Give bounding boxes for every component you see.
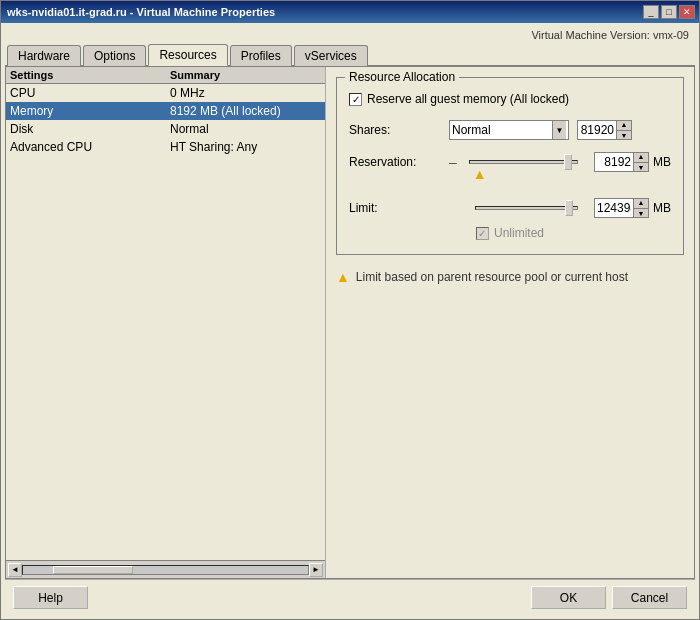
reservation-spin-up[interactable]: ▲ [634, 152, 648, 163]
version-label: Virtual Machine Version: vmx-09 [5, 27, 695, 43]
close-button[interactable]: ✕ [679, 5, 695, 19]
bottom-bar: Help OK Cancel [5, 579, 695, 615]
reserve-row: Reserve all guest memory (All locked) [349, 92, 671, 106]
right-pane: Resource Allocation Reserve all guest me… [326, 67, 694, 578]
content-area: Virtual Machine Version: vmx-09 Hardware… [1, 23, 699, 619]
unlimited-row: Unlimited [349, 226, 671, 240]
limit-slider-track[interactable] [475, 206, 578, 210]
title-bar: wks-nvidia01.it-grad.ru - Virtual Machin… [1, 1, 699, 23]
unlimited-label: Unlimited [494, 226, 544, 240]
list-item-disk[interactable]: Disk Normal [6, 120, 325, 138]
shares-number-input[interactable]: ▲ ▼ [577, 120, 632, 140]
header-summary: Summary [170, 69, 321, 81]
shares-spin-buttons: ▲ ▼ [616, 120, 631, 140]
scroll-left-button[interactable]: ◄ [8, 563, 22, 577]
limit-row: Limit: ▲ ▼ [349, 198, 671, 218]
limit-spin-down[interactable]: ▼ [634, 209, 648, 219]
tab-bar: Hardware Options Resources Profiles vSer… [5, 43, 695, 66]
limit-value-field[interactable] [595, 199, 633, 217]
reservation-warning-icon: ▲ [473, 166, 487, 182]
reservation-row: Reservation: – ▲ ▲ ▼ [349, 152, 671, 172]
reservation-dash: – [449, 154, 457, 170]
limit-spin-up[interactable]: ▲ [634, 198, 648, 209]
reservation-label: Reservation: [349, 155, 449, 169]
tab-vservices[interactable]: vServices [294, 45, 368, 66]
limit-slider-area [475, 206, 578, 210]
limit-spin-buttons: ▲ ▼ [633, 198, 648, 218]
minimize-button[interactable]: _ [643, 5, 659, 19]
reservation-slider-thumb[interactable] [564, 154, 572, 170]
reservation-slider-area: ▲ [469, 160, 578, 164]
main-panel: Settings Summary CPU 0 MHz Memory 8192 M… [5, 66, 695, 579]
dropdown-arrow-icon[interactable]: ▼ [552, 121, 566, 139]
list-header: Settings Summary [6, 67, 325, 84]
reserve-checkbox[interactable] [349, 93, 362, 106]
resource-allocation-group: Resource Allocation Reserve all guest me… [336, 77, 684, 255]
left-pane: Settings Summary CPU 0 MHz Memory 8192 M… [6, 67, 326, 578]
shares-label: Shares: [349, 123, 449, 137]
help-button[interactable]: Help [13, 586, 88, 609]
list-item-advanced-cpu[interactable]: Advanced CPU HT Sharing: Any [6, 138, 325, 156]
scrollbar-track[interactable] [22, 565, 309, 575]
cancel-button[interactable]: Cancel [612, 586, 687, 609]
maximize-button[interactable]: □ [661, 5, 677, 19]
tab-profiles[interactable]: Profiles [230, 45, 292, 66]
tab-hardware[interactable]: Hardware [7, 45, 81, 66]
scrollbar-thumb[interactable] [53, 566, 133, 574]
tab-options[interactable]: Options [83, 45, 146, 66]
shares-spin-down[interactable]: ▼ [617, 131, 631, 141]
warning-notice: ▲ Limit based on parent resource pool or… [336, 269, 684, 285]
unlimited-checkbox[interactable] [476, 227, 489, 240]
shares-spin-up[interactable]: ▲ [617, 120, 631, 131]
reservation-spin-buttons: ▲ ▼ [633, 152, 648, 172]
header-settings: Settings [10, 69, 170, 81]
horizontal-scrollbar: ◄ ► [6, 560, 325, 578]
reservation-number-input[interactable]: ▲ ▼ [594, 152, 649, 172]
shares-dropdown[interactable]: Normal ▼ [449, 120, 569, 140]
window-title: wks-nvidia01.it-grad.ru - Virtual Machin… [7, 6, 275, 18]
reserve-label: Reserve all guest memory (All locked) [367, 92, 569, 106]
shares-row: Shares: Normal ▼ ▲ ▼ [349, 120, 671, 140]
reservation-slider-track[interactable] [469, 160, 578, 164]
shares-value-field[interactable] [578, 121, 616, 139]
reservation-value-field[interactable] [595, 153, 633, 171]
reservation-unit: MB [653, 155, 671, 169]
main-window: wks-nvidia01.it-grad.ru - Virtual Machin… [0, 0, 700, 620]
warning-text: Limit based on parent resource pool or c… [356, 270, 628, 284]
group-title: Resource Allocation [345, 70, 459, 84]
limit-number-input[interactable]: ▲ ▼ [594, 198, 649, 218]
list-item[interactable]: CPU 0 MHz [6, 84, 325, 102]
limit-label: Limit: [349, 201, 449, 215]
reservation-spin-down[interactable]: ▼ [634, 163, 648, 173]
reserve-checkbox-area: Reserve all guest memory (All locked) [349, 92, 569, 106]
limit-slider-thumb[interactable] [565, 200, 573, 216]
ok-button[interactable]: OK [531, 586, 606, 609]
limit-unit: MB [653, 201, 671, 215]
ok-cancel-group: OK Cancel [531, 586, 687, 609]
scroll-right-button[interactable]: ► [309, 563, 323, 577]
warning-triangle-icon: ▲ [336, 269, 350, 285]
list-item-memory[interactable]: Memory 8192 MB (All locked) [6, 102, 325, 120]
settings-list: CPU 0 MHz Memory 8192 MB (All locked) Di… [6, 84, 325, 560]
tab-resources[interactable]: Resources [148, 44, 227, 66]
window-controls: _ □ ✕ [643, 5, 695, 19]
